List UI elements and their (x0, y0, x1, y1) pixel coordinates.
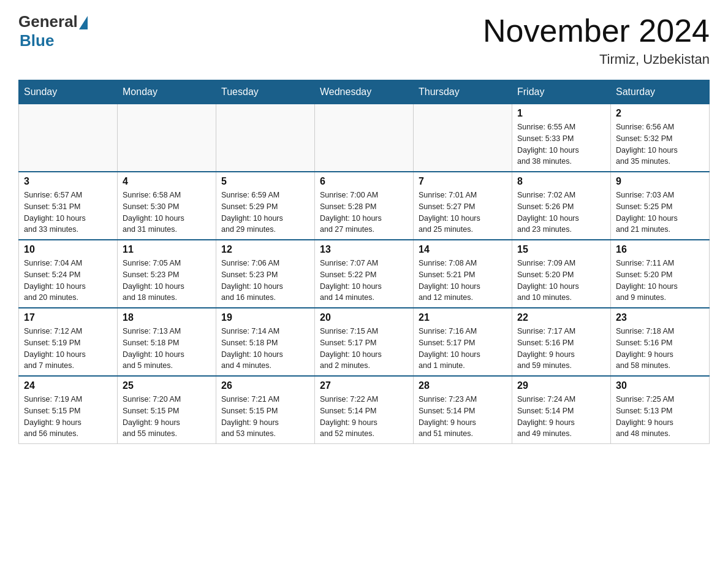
day-number: 4 (123, 176, 211, 187)
day-info: Sunrise: 7:03 AM Sunset: 5:25 PM Dayligh… (616, 190, 704, 236)
day-info: Sunrise: 7:07 AM Sunset: 5:22 PM Dayligh… (320, 258, 408, 304)
day-info: Sunrise: 7:24 AM Sunset: 5:14 PM Dayligh… (517, 394, 605, 440)
day-number: 1 (517, 108, 605, 119)
day-number: 22 (517, 312, 605, 323)
day-info: Sunrise: 7:12 AM Sunset: 5:19 PM Dayligh… (24, 326, 112, 372)
week-row-4: 17Sunrise: 7:12 AM Sunset: 5:19 PM Dayli… (19, 308, 710, 376)
calendar-cell (216, 104, 315, 172)
day-number: 18 (123, 312, 211, 323)
day-number: 20 (320, 312, 408, 323)
calendar-cell: 21Sunrise: 7:16 AM Sunset: 5:17 PM Dayli… (414, 308, 512, 376)
calendar-cell: 29Sunrise: 7:24 AM Sunset: 5:14 PM Dayli… (512, 376, 611, 444)
day-number: 11 (123, 244, 211, 255)
day-info: Sunrise: 7:21 AM Sunset: 5:15 PM Dayligh… (221, 394, 309, 440)
week-row-5: 24Sunrise: 7:19 AM Sunset: 5:15 PM Dayli… (19, 376, 710, 444)
calendar-cell: 8Sunrise: 7:02 AM Sunset: 5:26 PM Daylig… (512, 172, 611, 240)
weekday-header-sunday: Sunday (19, 80, 118, 104)
day-number: 30 (616, 380, 704, 391)
calendar-table: SundayMondayTuesdayWednesdayThursdayFrid… (18, 80, 710, 444)
calendar-cell: 30Sunrise: 7:25 AM Sunset: 5:13 PM Dayli… (611, 376, 710, 444)
calendar-cell: 10Sunrise: 7:04 AM Sunset: 5:24 PM Dayli… (19, 240, 118, 308)
calendar-cell: 19Sunrise: 7:14 AM Sunset: 5:18 PM Dayli… (216, 308, 315, 376)
day-number: 13 (320, 244, 408, 255)
calendar-cell (19, 104, 118, 172)
calendar-cell (315, 104, 414, 172)
calendar-cell (118, 104, 216, 172)
day-number: 26 (221, 380, 309, 391)
calendar-cell: 27Sunrise: 7:22 AM Sunset: 5:14 PM Dayli… (315, 376, 414, 444)
day-number: 2 (616, 108, 704, 119)
day-number: 5 (221, 176, 309, 187)
calendar-cell: 5Sunrise: 6:59 AM Sunset: 5:29 PM Daylig… (216, 172, 315, 240)
logo-blue-text: Blue (20, 31, 54, 50)
day-number: 16 (616, 244, 704, 255)
week-row-2: 3Sunrise: 6:57 AM Sunset: 5:31 PM Daylig… (19, 172, 710, 240)
calendar-cell: 9Sunrise: 7:03 AM Sunset: 5:25 PM Daylig… (611, 172, 710, 240)
day-number: 6 (320, 176, 408, 187)
day-info: Sunrise: 7:08 AM Sunset: 5:21 PM Dayligh… (419, 258, 507, 304)
title-area: November 2024 Tirmiz, Uzbekistan (483, 12, 710, 67)
day-number: 24 (24, 380, 112, 391)
weekday-header-saturday: Saturday (611, 80, 710, 104)
day-info: Sunrise: 7:17 AM Sunset: 5:16 PM Dayligh… (517, 326, 605, 372)
day-info: Sunrise: 7:14 AM Sunset: 5:18 PM Dayligh… (221, 326, 309, 372)
weekday-header-wednesday: Wednesday (315, 80, 414, 104)
day-number: 23 (616, 312, 704, 323)
calendar-cell: 17Sunrise: 7:12 AM Sunset: 5:19 PM Dayli… (19, 308, 118, 376)
weekday-header-thursday: Thursday (414, 80, 512, 104)
month-title: November 2024 (483, 12, 710, 49)
calendar-cell: 11Sunrise: 7:05 AM Sunset: 5:23 PM Dayli… (118, 240, 216, 308)
calendar-cell: 6Sunrise: 7:00 AM Sunset: 5:28 PM Daylig… (315, 172, 414, 240)
calendar-cell (414, 104, 512, 172)
day-number: 25 (123, 380, 211, 391)
calendar-cell: 12Sunrise: 7:06 AM Sunset: 5:23 PM Dayli… (216, 240, 315, 308)
calendar-cell: 25Sunrise: 7:20 AM Sunset: 5:15 PM Dayli… (118, 376, 216, 444)
day-info: Sunrise: 7:00 AM Sunset: 5:28 PM Dayligh… (320, 190, 408, 236)
day-info: Sunrise: 7:23 AM Sunset: 5:14 PM Dayligh… (419, 394, 507, 440)
location-title: Tirmiz, Uzbekistan (483, 52, 710, 67)
day-info: Sunrise: 6:55 AM Sunset: 5:33 PM Dayligh… (517, 121, 605, 167)
day-info: Sunrise: 7:15 AM Sunset: 5:17 PM Dayligh… (320, 326, 408, 372)
weekday-header-row: SundayMondayTuesdayWednesdayThursdayFrid… (19, 80, 710, 104)
day-number: 14 (419, 244, 507, 255)
day-number: 27 (320, 380, 408, 391)
logo-general-text: General (18, 12, 78, 31)
page-header: General Blue November 2024 Tirmiz, Uzbek… (18, 12, 710, 67)
calendar-cell: 22Sunrise: 7:17 AM Sunset: 5:16 PM Dayli… (512, 308, 611, 376)
day-info: Sunrise: 7:02 AM Sunset: 5:26 PM Dayligh… (517, 190, 605, 236)
day-number: 9 (616, 176, 704, 187)
weekday-header-friday: Friday (512, 80, 611, 104)
weekday-header-monday: Monday (118, 80, 216, 104)
calendar-cell: 1Sunrise: 6:55 AM Sunset: 5:33 PM Daylig… (512, 104, 611, 172)
day-number: 21 (419, 312, 507, 323)
day-number: 10 (24, 244, 112, 255)
day-number: 17 (24, 312, 112, 323)
day-info: Sunrise: 7:18 AM Sunset: 5:16 PM Dayligh… (616, 326, 704, 372)
day-info: Sunrise: 6:58 AM Sunset: 5:30 PM Dayligh… (123, 190, 211, 236)
day-info: Sunrise: 6:56 AM Sunset: 5:32 PM Dayligh… (616, 121, 704, 167)
calendar-cell: 3Sunrise: 6:57 AM Sunset: 5:31 PM Daylig… (19, 172, 118, 240)
day-info: Sunrise: 7:19 AM Sunset: 5:15 PM Dayligh… (24, 394, 112, 440)
logo: General Blue (18, 12, 88, 50)
day-info: Sunrise: 7:04 AM Sunset: 5:24 PM Dayligh… (24, 258, 112, 304)
day-number: 7 (419, 176, 507, 187)
day-number: 29 (517, 380, 605, 391)
day-info: Sunrise: 7:22 AM Sunset: 5:14 PM Dayligh… (320, 394, 408, 440)
day-number: 3 (24, 176, 112, 187)
logo-triangle-icon (79, 16, 88, 29)
day-number: 28 (419, 380, 507, 391)
weekday-header-tuesday: Tuesday (216, 80, 315, 104)
calendar-cell: 2Sunrise: 6:56 AM Sunset: 5:32 PM Daylig… (611, 104, 710, 172)
calendar-cell: 4Sunrise: 6:58 AM Sunset: 5:30 PM Daylig… (118, 172, 216, 240)
day-info: Sunrise: 7:01 AM Sunset: 5:27 PM Dayligh… (419, 190, 507, 236)
calendar-cell: 20Sunrise: 7:15 AM Sunset: 5:17 PM Dayli… (315, 308, 414, 376)
calendar-cell: 26Sunrise: 7:21 AM Sunset: 5:15 PM Dayli… (216, 376, 315, 444)
week-row-3: 10Sunrise: 7:04 AM Sunset: 5:24 PM Dayli… (19, 240, 710, 308)
day-number: 8 (517, 176, 605, 187)
day-number: 12 (221, 244, 309, 255)
day-info: Sunrise: 6:57 AM Sunset: 5:31 PM Dayligh… (24, 190, 112, 236)
day-info: Sunrise: 7:05 AM Sunset: 5:23 PM Dayligh… (123, 258, 211, 304)
day-info: Sunrise: 7:09 AM Sunset: 5:20 PM Dayligh… (517, 258, 605, 304)
day-info: Sunrise: 7:20 AM Sunset: 5:15 PM Dayligh… (123, 394, 211, 440)
week-row-1: 1Sunrise: 6:55 AM Sunset: 5:33 PM Daylig… (19, 104, 710, 172)
